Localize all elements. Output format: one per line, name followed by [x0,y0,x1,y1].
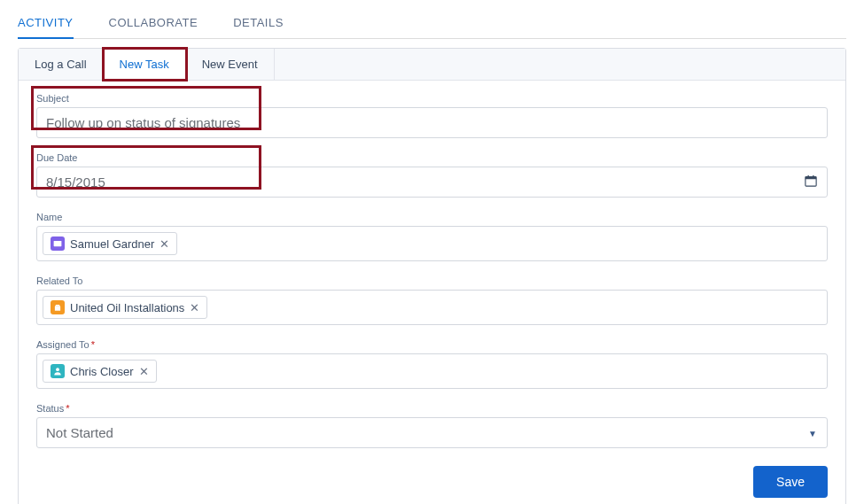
account-icon [51,300,65,314]
pill-name: Samuel Gardner ✕ [43,232,177,255]
top-nav: ACTIVITY COLLABORATE DETAILS [18,0,846,39]
activity-subtabs: Log a Call New Task New Event [19,49,845,81]
field-subject: Subject [36,93,828,138]
subtab-new-task[interactable]: New Task [104,49,186,80]
new-task-form: Subject Due Date Name [19,81,845,504]
label-subject: Subject [36,93,828,104]
pill-name-text: Samuel Gardner [70,237,154,251]
tab-activity[interactable]: ACTIVITY [18,16,74,38]
pill-assigned-to-text: Chris Closer [70,365,134,378]
activity-panel: Log a Call New Task New Event Subject Du… [18,48,846,504]
svg-rect-6 [58,242,61,243]
field-related-to: Related To United Oil Installations ✕ [36,275,828,325]
name-lookup[interactable]: Samuel Gardner ✕ [36,226,828,261]
related-to-lookup[interactable]: United Oil Installations ✕ [36,290,828,325]
label-status: Status [36,403,828,414]
svg-rect-7 [58,244,61,244]
field-due-date: Due Date [36,152,828,198]
field-status: Status ▼ [36,403,828,448]
due-date-input[interactable] [36,167,828,198]
pill-related-to-text: United Oil Installations [70,301,184,314]
svg-point-8 [56,368,59,371]
save-button[interactable]: Save [753,466,828,498]
tab-details[interactable]: DETAILS [233,16,284,38]
label-related-to: Related To [36,275,828,286]
label-due-date: Due Date [36,152,828,163]
subtab-log-a-call[interactable]: Log a Call [19,49,104,80]
label-assigned-to: Assigned To [36,339,828,350]
contact-icon [51,236,65,251]
svg-rect-5 [55,242,58,245]
pill-related-to: United Oil Installations ✕ [43,296,207,319]
subtab-new-event[interactable]: New Event [186,49,275,80]
form-actions: Save [36,462,828,498]
field-name: Name Samuel Gardner ✕ [36,212,828,261]
pill-related-to-remove[interactable]: ✕ [190,301,199,314]
status-select[interactable] [36,417,828,448]
assigned-to-lookup[interactable]: Chris Closer ✕ [36,353,828,389]
pill-name-remove[interactable]: ✕ [160,237,169,251]
tab-collaborate[interactable]: COLLABORATE [109,16,198,38]
field-assigned-to: Assigned To Chris Closer ✕ [36,339,828,389]
pill-assigned-to-remove[interactable]: ✕ [139,365,149,378]
label-name: Name [36,212,828,222]
subject-input[interactable] [36,107,828,138]
pill-assigned-to: Chris Closer ✕ [43,360,157,383]
user-icon [51,364,65,378]
